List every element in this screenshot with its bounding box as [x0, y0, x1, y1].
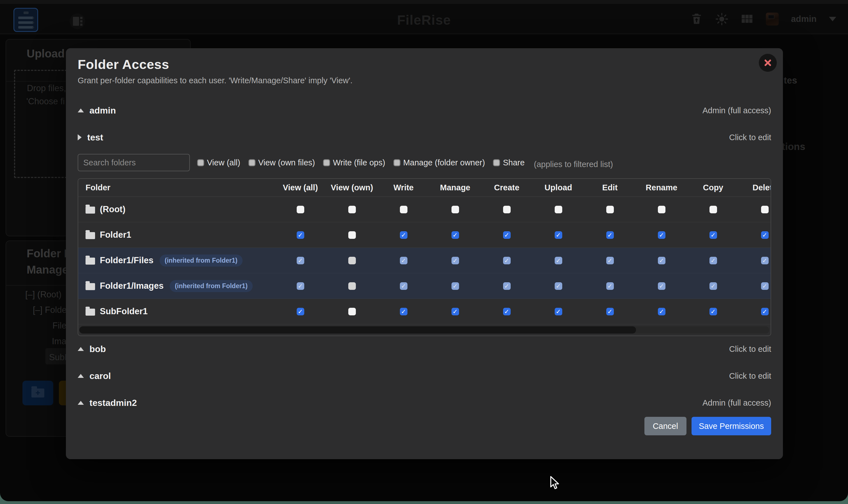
column-header-view-own: View (own) [326, 183, 378, 192]
checkbox-icon[interactable] [323, 159, 330, 166]
perm-checkbox-rename-folder1-images[interactable] [658, 282, 666, 290]
expander-arrow-icon[interactable] [78, 134, 82, 141]
perm-checkbox-delete-folder1[interactable] [761, 231, 768, 239]
permission-cell [739, 231, 771, 239]
perm-checkbox-copy-folder1[interactable] [709, 231, 717, 239]
horizontal-scrollbar[interactable] [80, 326, 769, 334]
menu-button[interactable] [14, 8, 38, 32]
perm-checkbox-upload-folder1[interactable] [555, 231, 562, 239]
perm-checkbox-view-own-root[interactable] [348, 206, 356, 213]
perm-checkbox-view-own-folder1-images[interactable] [348, 282, 356, 290]
perm-checkbox-create-subfolder1[interactable] [503, 308, 511, 316]
expander-arrow-icon[interactable] [78, 108, 84, 112]
perm-checkbox-view-own-folder1[interactable] [348, 231, 356, 239]
column-header-delete: Delete [739, 183, 771, 192]
perm-checkbox-write-folder1[interactable] [400, 231, 407, 239]
perm-checkbox-create-root[interactable] [503, 206, 511, 213]
checkbox-icon[interactable] [248, 159, 255, 166]
perm-checkbox-delete-folder1-images[interactable] [761, 282, 768, 290]
inherited-badge: (inherited from Folder1) [170, 280, 252, 292]
theme-toggle-button[interactable] [716, 13, 728, 25]
perm-checkbox-create-folder1-images[interactable] [503, 282, 511, 290]
perm-checkbox-edit-root[interactable] [606, 206, 614, 213]
perm-checkbox-write-root[interactable] [400, 206, 407, 213]
perm-checkbox-delete-root[interactable] [761, 206, 768, 213]
perm-checkbox-view-all-folder1-files[interactable] [297, 257, 304, 264]
table-header-row: FolderView (all)View (own)WriteManageCre… [78, 179, 771, 197]
permission-cell [429, 206, 481, 213]
tree-item-root[interactable]: [–] (Root) [25, 290, 61, 300]
perm-checkbox-upload-folder1-images[interactable] [555, 282, 562, 290]
user-menu-label[interactable]: admin [791, 14, 817, 24]
perm-checkbox-delete-subfolder1[interactable] [761, 308, 768, 316]
cancel-button[interactable]: Cancel [644, 417, 687, 435]
perm-checkbox-edit-folder1-files[interactable] [606, 257, 614, 264]
perm-checkbox-rename-folder1-files[interactable] [658, 257, 666, 264]
layout-toggle-icon [73, 17, 79, 26]
perm-checkbox-manage-folder1[interactable] [452, 231, 459, 239]
perm-checkbox-edit-subfolder1[interactable] [606, 308, 614, 316]
close-button[interactable] [759, 54, 777, 72]
user-avatar[interactable] [766, 13, 779, 25]
perm-checkbox-manage-folder1-files[interactable] [452, 257, 459, 264]
perm-checkbox-copy-folder1-images[interactable] [709, 282, 717, 290]
perm-checkbox-create-folder1-files[interactable] [503, 257, 511, 264]
bulk-toggle-view-own-files[interactable]: View (own files) [248, 158, 315, 167]
perm-checkbox-write-folder1-files[interactable] [400, 257, 407, 264]
checkbox-icon[interactable] [393, 159, 401, 166]
perm-checkbox-create-folder1[interactable] [503, 231, 511, 239]
permission-cell [532, 231, 584, 239]
trash-restore-button[interactable] [690, 13, 703, 25]
bulk-toggle-view-all[interactable]: View (all) [197, 158, 240, 167]
perm-checkbox-rename-folder1[interactable] [658, 231, 666, 239]
bulk-toggle-share[interactable]: Share [493, 158, 524, 167]
user-section-testadmin2[interactable]: testadmin2 Admin (full access) [78, 394, 771, 412]
create-folder-button[interactable] [22, 381, 53, 405]
perm-checkbox-manage-folder1-images[interactable] [452, 282, 459, 290]
perm-checkbox-upload-root[interactable] [555, 206, 562, 213]
perm-checkbox-view-all-folder1[interactable] [297, 231, 304, 239]
bulk-toggle-manage-folder-owner[interactable]: Manage (folder owner) [393, 158, 485, 167]
perm-checkbox-delete-folder1-files[interactable] [761, 257, 768, 264]
layout-toggle-button[interactable] [70, 14, 85, 29]
apps-grid-button[interactable] [741, 13, 754, 25]
user-menu-caret-icon[interactable] [829, 17, 836, 21]
perm-checkbox-rename-root[interactable] [658, 206, 666, 213]
perm-checkbox-view-all-folder1-images[interactable] [297, 282, 304, 290]
expander-arrow-icon[interactable] [78, 374, 84, 378]
perm-checkbox-edit-folder1[interactable] [606, 231, 614, 239]
background-text-fragment: tions [782, 141, 806, 152]
perm-checkbox-write-subfolder1[interactable] [400, 308, 407, 316]
user-section-test[interactable]: test Click to edit [78, 128, 771, 146]
bulk-toggle-write-file-ops[interactable]: Write (file ops) [323, 158, 385, 167]
perm-checkbox-manage-subfolder1[interactable] [452, 308, 459, 316]
save-permissions-button[interactable]: Save Permissions [691, 417, 771, 435]
perm-checkbox-view-all-root[interactable] [297, 206, 304, 213]
expander-arrow-icon[interactable] [78, 401, 84, 405]
scrollbar-thumb[interactable] [80, 326, 636, 334]
user-section-admin[interactable]: admin Admin (full access) [78, 102, 771, 120]
perm-checkbox-copy-folder1-files[interactable] [709, 257, 717, 264]
permission-cell [378, 257, 429, 264]
perm-checkbox-copy-subfolder1[interactable] [709, 308, 717, 316]
perm-checkbox-upload-subfolder1[interactable] [555, 308, 562, 316]
expander-arrow-icon[interactable] [78, 347, 84, 351]
perm-checkbox-upload-folder1-files[interactable] [555, 257, 562, 264]
tree-item-folder1[interactable]: [–] Folder [33, 305, 70, 315]
perm-checkbox-copy-root[interactable] [709, 206, 717, 213]
perm-checkbox-manage-root[interactable] [452, 206, 459, 213]
perm-checkbox-write-folder1-images[interactable] [400, 282, 407, 290]
user-section-bob[interactable]: bob Click to edit [78, 340, 771, 358]
folder-icon [86, 206, 95, 214]
perm-checkbox-rename-subfolder1[interactable] [658, 308, 666, 316]
checkbox-icon[interactable] [197, 159, 204, 166]
perm-checkbox-edit-folder1-images[interactable] [606, 282, 614, 290]
search-folders-input[interactable] [78, 154, 190, 171]
permission-cell [378, 282, 429, 290]
permission-cell [739, 206, 771, 213]
perm-checkbox-view-own-subfolder1[interactable] [348, 308, 356, 316]
checkbox-icon[interactable] [493, 159, 500, 166]
perm-checkbox-view-all-subfolder1[interactable] [297, 308, 304, 316]
user-section-carol[interactable]: carol Click to edit [78, 367, 771, 385]
perm-checkbox-view-own-folder1-files[interactable] [348, 257, 356, 264]
